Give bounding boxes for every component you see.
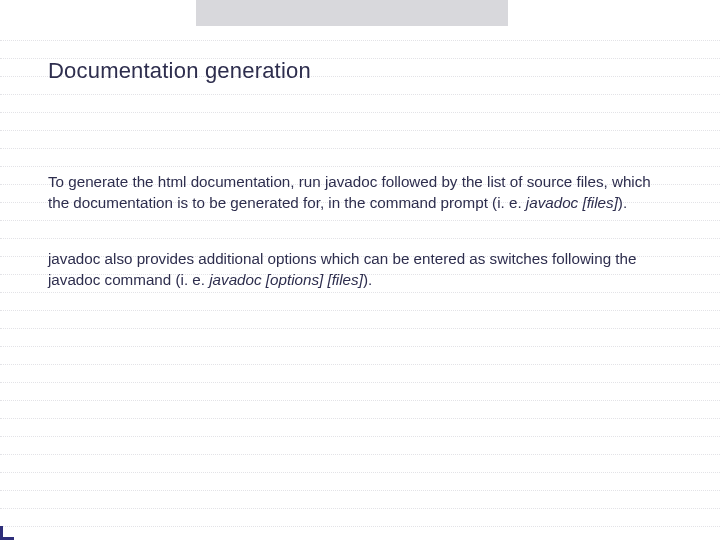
- para1-tail: ).: [618, 194, 627, 211]
- para2-command: javadoc [options] [files]: [209, 271, 363, 288]
- slide-content: Documentation generation To generate the…: [0, 0, 720, 290]
- slide-title: Documentation generation: [48, 58, 672, 84]
- paragraph-1: To generate the html documentation, run …: [48, 172, 668, 213]
- corner-accent-icon: [0, 526, 14, 540]
- paragraph-2: javadoc also provides additional options…: [48, 249, 668, 290]
- para2-tail: ).: [363, 271, 372, 288]
- para1-command: javadoc [files]: [526, 194, 618, 211]
